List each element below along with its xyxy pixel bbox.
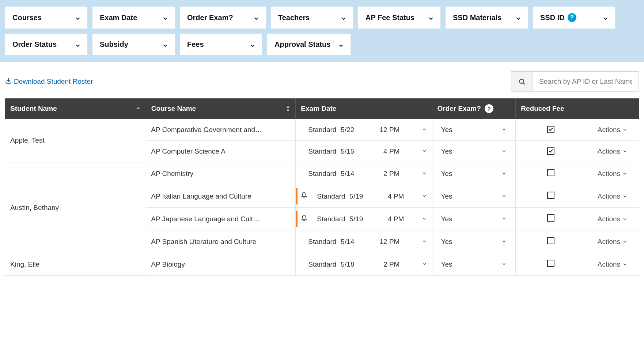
search-box <box>511 71 639 92</box>
exam-date-dropdown[interactable] <box>422 238 427 246</box>
exam-date: 5/19 <box>349 215 363 223</box>
search-input[interactable] <box>533 72 639 91</box>
actions-cell: Actions <box>586 253 639 276</box>
filter-courses[interactable]: Courses <box>5 7 87 29</box>
exam-date: 5/15 <box>341 147 354 155</box>
exam-date-dropdown[interactable] <box>422 170 427 178</box>
reduced-fee-cell <box>516 230 586 253</box>
actions-dropdown[interactable]: Actions <box>598 260 628 268</box>
exam-date-cell: Standard5/194 PM <box>296 208 432 230</box>
help-icon[interactable]: ? <box>568 13 576 22</box>
exam-date: 5/19 <box>349 192 363 200</box>
col-header-exam[interactable]: Exam Date <box>296 98 432 119</box>
bell-icon <box>301 192 307 200</box>
exam-date-dropdown[interactable] <box>422 147 427 155</box>
exam-date-dropdown[interactable] <box>422 260 427 268</box>
order-exam-cell: Yes <box>432 208 516 230</box>
actions-label: Actions <box>598 170 620 178</box>
filter-approval-status[interactable]: Approval Status <box>267 34 351 55</box>
filter-fees[interactable]: Fees <box>180 34 262 55</box>
order-exam-dropdown[interactable] <box>501 260 507 268</box>
exam-date-dropdown[interactable] <box>422 215 427 223</box>
reduced-fee-checkbox[interactable] <box>547 147 554 155</box>
reduced-fee-cell <box>516 253 586 276</box>
search-icon-button[interactable] <box>511 72 533 91</box>
reduced-fee-checkbox[interactable] <box>547 237 554 244</box>
exam-date: 5/14 <box>341 170 354 178</box>
filter-ap-fee-status[interactable]: AP Fee Status <box>358 7 440 29</box>
actions-dropdown[interactable]: Actions <box>598 238 628 246</box>
actions-dropdown[interactable]: Actions <box>598 147 628 155</box>
filter-ssd-id[interactable]: SSD ID? <box>533 7 615 29</box>
reduced-fee-checkbox[interactable] <box>547 192 554 199</box>
exam-time: 2 PM <box>376 260 399 268</box>
filter-order-status[interactable]: Order Status <box>5 34 87 55</box>
col-header-course[interactable]: Course Name <box>146 98 295 119</box>
exam-type: Standard <box>308 260 336 268</box>
student-name-link[interactable]: Apple, Test <box>5 119 146 162</box>
filter-label: SSD ID <box>540 14 565 22</box>
actions-dropdown[interactable]: Actions <box>598 192 628 200</box>
course-name-link[interactable]: AP Chemistry <box>146 162 295 185</box>
col-header-student[interactable]: Student Name <box>5 98 146 119</box>
order-exam-dropdown[interactable] <box>501 215 507 223</box>
course-name-link[interactable]: AP Italian Language and Culture <box>146 185 295 208</box>
exam-type: Standard <box>308 147 336 155</box>
reduced-fee-checkbox[interactable] <box>547 214 554 222</box>
actions-label: Actions <box>598 215 620 223</box>
filter-order-exam[interactable]: Order Exam? <box>180 7 266 29</box>
order-exam-dropdown[interactable] <box>501 126 507 134</box>
course-name-link[interactable]: AP Comparative Government and… <box>146 119 295 141</box>
exam-date-dropdown[interactable] <box>422 126 427 134</box>
exam-type: Standard <box>308 238 336 246</box>
filter-label: Order Status <box>12 40 57 49</box>
actions-dropdown[interactable]: Actions <box>598 215 628 223</box>
order-exam-cell: Yes <box>432 230 516 253</box>
actions-dropdown[interactable]: Actions <box>598 126 628 134</box>
chevron-down-icon <box>162 42 167 47</box>
chevron-down-icon <box>338 42 343 47</box>
exam-date-cell: Standard5/1412 PM <box>296 230 432 253</box>
help-icon[interactable]: ? <box>485 104 493 113</box>
course-name-link[interactable]: AP Computer Science A <box>146 141 295 162</box>
toolbar: Download Student Roster <box>0 62 644 96</box>
sort-both-icon <box>286 106 290 112</box>
col-header-fee[interactable]: Reduced Fee <box>516 98 586 119</box>
course-name-link[interactable]: AP Biology <box>146 253 295 276</box>
reduced-fee-cell <box>516 162 586 185</box>
student-name-link[interactable]: Austin, Bethany <box>5 162 146 253</box>
filter-ssd-materials[interactable]: SSD Materials <box>446 7 528 29</box>
order-exam-dropdown[interactable] <box>501 170 507 178</box>
filter-exam-date[interactable]: Exam Date <box>92 7 175 29</box>
filter-teachers[interactable]: Teachers <box>271 7 353 29</box>
exam-date-cell: Standard5/194 PM <box>296 185 432 208</box>
order-exam-dropdown[interactable] <box>501 238 507 246</box>
actions-label: Actions <box>598 260 620 268</box>
exam-time: 12 PM <box>376 126 399 134</box>
reduced-fee-checkbox[interactable] <box>547 126 554 133</box>
student-name-link[interactable]: King, Elle <box>5 253 146 276</box>
filter-label: Approval Status <box>274 40 330 49</box>
col-header-fee-label: Reduced Fee <box>521 105 564 112</box>
actions-cell: Actions <box>586 185 639 208</box>
actions-dropdown[interactable]: Actions <box>598 170 628 178</box>
reduced-fee-checkbox[interactable] <box>547 260 554 267</box>
exam-date-dropdown[interactable] <box>422 192 427 200</box>
exam-time: 2 PM <box>376 170 399 178</box>
order-exam-dropdown[interactable] <box>501 147 507 155</box>
exam-date-cell: Standard5/142 PM <box>296 162 432 185</box>
course-name-link[interactable]: AP Spanish Literature and Culture <box>146 230 295 253</box>
chevron-down-icon <box>75 42 80 47</box>
order-exam-dropdown[interactable] <box>501 192 507 200</box>
col-header-order[interactable]: Order Exam? ? <box>432 98 516 119</box>
course-name-link[interactable]: AP Japanese Language and Cult… <box>146 208 295 230</box>
filter-subsidy[interactable]: Subsidy <box>92 34 175 55</box>
alert-indicator <box>296 211 298 227</box>
order-exam-cell: Yes <box>432 141 516 162</box>
order-exam-value: Yes <box>441 215 452 223</box>
exam-date-cell: Standard5/2212 PM <box>296 119 432 141</box>
reduced-fee-checkbox[interactable] <box>547 169 554 176</box>
order-exam-cell: Yes <box>432 253 516 276</box>
download-roster-link[interactable]: Download Student Roster <box>5 78 93 86</box>
col-header-actions <box>586 98 639 119</box>
